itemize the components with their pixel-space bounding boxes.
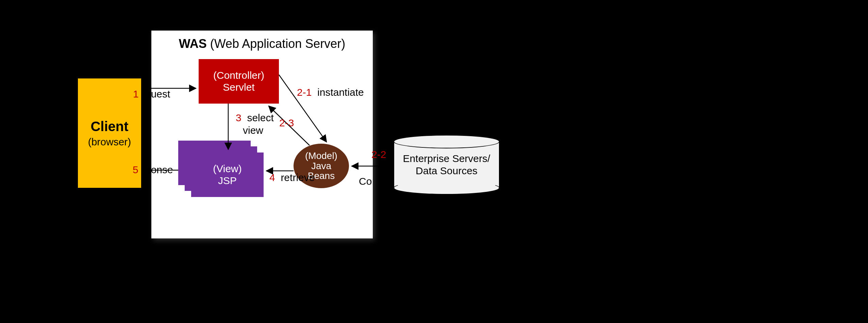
controller-name: Servlet [223,82,254,93]
label-response: ponse [145,164,173,176]
label-step-2-1: 2-1 instantiate [297,87,364,98]
client-title: Client [90,119,128,134]
label-step-4: 4 retrieve [269,172,315,183]
db-cylinder: Enterprise Servers/ Data Sources [394,135,500,195]
controller-box: (Controller) Servlet [199,59,279,104]
step-3-num: 3 [236,112,241,123]
label-step-5: 5 [133,164,138,176]
view-box: (View) JSP [191,152,264,197]
step-2-1-num: 2-1 [297,87,312,98]
step-5-num: 5 [133,164,138,175]
step-4-num: 4 [269,172,275,183]
label-step-3: 3 select [236,112,274,124]
step-3-text-1: select [247,112,273,123]
model-name-1: Java [311,161,331,171]
step-3-text-2: view [243,125,263,136]
db-line-2: Data Sources [394,165,500,177]
step-2-3-num: 2-3 [279,117,294,129]
label-connect: Co [359,176,372,187]
model-role: (Model) [305,151,337,161]
view-role: (View) [213,163,241,175]
step-4-text: retrieve [281,172,315,183]
step-1-num: 1 [133,88,139,100]
step-2-2-num: 2-2 [371,149,386,160]
view-name: JSP [218,175,237,187]
db-line-1: Enterprise Servers/ [394,152,500,165]
controller-role: (Controller) [213,70,264,82]
was-title-rest: (Web Application Server) [207,37,346,51]
label-request: quest [145,88,170,100]
step-2-1-text: instantiate [317,87,364,98]
was-title-bold: WAS [179,37,207,51]
label-step-1: 1 [133,88,139,100]
was-title: WAS (Web Application Server) [151,37,373,51]
client-box: Client (browser) [78,78,141,188]
client-sub: (browser) [88,136,131,148]
